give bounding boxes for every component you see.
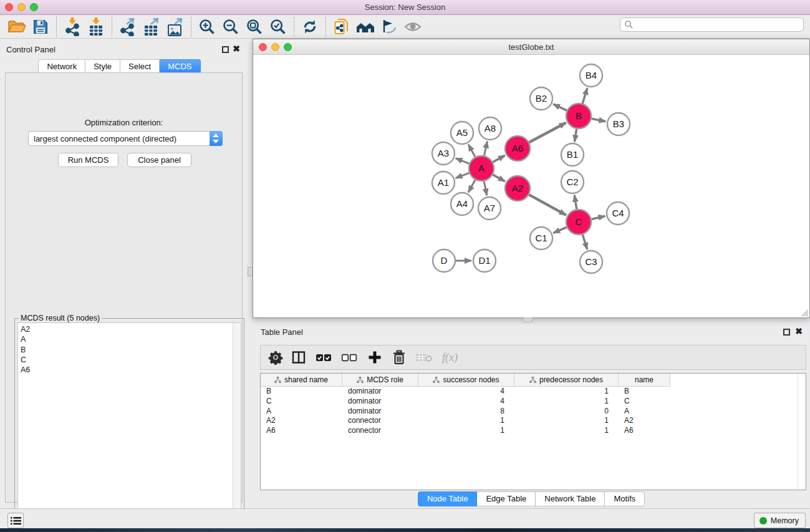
zoom-fit-button[interactable] (243, 16, 266, 37)
list-item[interactable]: C (21, 355, 233, 365)
graph-node-B2[interactable]: B2 (530, 87, 552, 110)
export-network-button[interactable] (116, 16, 140, 37)
graph-node-A7[interactable]: A7 (478, 197, 501, 220)
graph-node-A2[interactable]: A2 (505, 176, 530, 201)
window-resize-grip[interactable] (800, 308, 809, 317)
graph-node-C[interactable]: C (566, 210, 591, 235)
show-graphics-details-button[interactable] (377, 16, 401, 37)
graph-edge-B-B2[interactable] (553, 104, 567, 110)
column-header[interactable]: successor nodes (418, 374, 514, 387)
memory-button[interactable]: Memory (754, 513, 806, 528)
graph-edge-A6-B[interactable] (529, 123, 566, 142)
table-settings-button[interactable] (268, 348, 283, 367)
graph-edge-A-A1[interactable] (456, 173, 470, 178)
graph-node-B1[interactable]: B1 (561, 143, 584, 166)
save-session-button[interactable] (29, 16, 52, 37)
graph-node-A8[interactable]: A8 (479, 117, 501, 140)
graph-edge-A-A8[interactable] (484, 142, 487, 156)
graph-edge-B-B4[interactable] (582, 88, 587, 104)
close-panel-button[interactable]: Close panel (127, 153, 191, 167)
graph-node-A[interactable]: A (469, 156, 494, 181)
table-scrollbar[interactable] (798, 374, 806, 490)
delete-column-button[interactable] (392, 348, 406, 367)
float-table-panel-icon[interactable] (783, 329, 790, 336)
close-table-panel-icon[interactable]: ✖ (795, 326, 803, 336)
network-window-titlebar[interactable]: testGlobe.txt (253, 39, 809, 55)
search-input[interactable] (634, 21, 803, 29)
function-builder-button[interactable]: f(x) (442, 348, 458, 367)
close-panel-icon[interactable]: ✖ (233, 44, 240, 54)
export-table-button[interactable] (140, 16, 163, 37)
column-header[interactable]: name (619, 374, 670, 387)
graph-node-A5[interactable]: A5 (451, 122, 473, 144)
list-item[interactable]: A6 (21, 365, 233, 375)
tab-edge-table[interactable]: Edge Table (477, 491, 536, 506)
list-item[interactable]: A2 (21, 324, 233, 334)
graph-edge-A-A4[interactable] (468, 180, 475, 192)
column-header[interactable]: predecessor nodes (514, 374, 619, 387)
horizontal-splitter-grip[interactable] (523, 317, 533, 322)
table-row[interactable]: A2connector11A2 (261, 416, 806, 426)
table-row[interactable]: Bdominator41B (261, 387, 806, 397)
mcds-result-list[interactable]: A2ABCA6 (17, 322, 241, 530)
open-file-button[interactable] (5, 16, 29, 37)
table-row[interactable]: Cdominator41C (261, 397, 806, 407)
graph-node-C4[interactable]: C4 (607, 202, 629, 225)
select-all-button[interactable] (316, 348, 332, 367)
graph-edge-A-A3[interactable] (456, 158, 470, 164)
run-mcds-button[interactable]: Run MCDS (58, 153, 118, 167)
deselect-all-button[interactable] (341, 348, 357, 367)
graph-edge-A2-C[interactable] (529, 195, 566, 215)
graph-node-B[interactable]: B (566, 104, 591, 128)
graph-edge-A-A6[interactable] (493, 155, 504, 162)
graph-node-D1[interactable]: D1 (473, 249, 496, 272)
zoom-out-button[interactable] (219, 16, 243, 37)
list-scrollbar[interactable] (233, 323, 241, 530)
graph-edge-A-A7[interactable] (484, 181, 487, 196)
float-panel-icon[interactable] (222, 46, 229, 53)
graph-edge-B-B1[interactable] (574, 129, 576, 142)
graph-node-D[interactable]: D (433, 249, 455, 272)
delete-table-button[interactable] (415, 348, 433, 367)
import-table-button[interactable] (84, 16, 108, 37)
graph-node-C3[interactable]: C3 (580, 251, 602, 273)
apply-layout-button[interactable] (298, 16, 322, 37)
toggle-bird-eye-button[interactable] (401, 16, 425, 37)
tab-motifs[interactable]: Motifs (605, 491, 645, 506)
graph-edge-B-B3[interactable] (592, 118, 606, 122)
add-column-button[interactable] (368, 348, 382, 367)
tab-node-table[interactable]: Node Table (418, 491, 478, 506)
graph-edge-C-C4[interactable] (591, 216, 605, 220)
graph-edge-C-C1[interactable] (553, 227, 566, 233)
criterion-select[interactable]: largest connected component (directed) (28, 131, 223, 146)
list-item[interactable]: B (21, 345, 233, 355)
table-row[interactable]: A6connector11A6 (261, 426, 806, 436)
task-history-button[interactable] (7, 513, 24, 528)
search-field[interactable] (620, 17, 804, 32)
import-network-button[interactable] (60, 16, 84, 37)
graph-node-C1[interactable]: C1 (530, 227, 552, 249)
table-row[interactable]: Adominator80A (261, 407, 806, 417)
graph-node-B4[interactable]: B4 (580, 64, 602, 87)
zoom-selected-button[interactable] (266, 16, 290, 37)
zoom-in-button[interactable] (195, 16, 219, 37)
tab-network-table[interactable]: Network Table (536, 491, 605, 506)
graph-node-C2[interactable]: C2 (561, 171, 584, 193)
graph-edge-C-C3[interactable] (582, 235, 587, 249)
clone-network-button[interactable] (330, 16, 354, 37)
graph-node-A4[interactable]: A4 (451, 193, 473, 215)
show-column-button[interactable] (291, 348, 306, 367)
vertical-splitter-grip[interactable] (248, 267, 253, 276)
graph-node-B3[interactable]: B3 (607, 113, 630, 135)
network-canvas[interactable]: B4B2BB3A5A8A6A3B1AA1C2A2A4A7C4CC1C3DD1 (253, 55, 809, 317)
graph-edge-C-C2[interactable] (574, 195, 577, 210)
graph-edge-A-A5[interactable] (468, 144, 475, 157)
graph-node-A1[interactable]: A1 (432, 172, 455, 194)
graph-node-A3[interactable]: A3 (432, 142, 455, 165)
export-image-button[interactable] (163, 16, 187, 37)
show-all-button[interactable] (354, 16, 377, 37)
column-header[interactable]: shared name (261, 374, 342, 387)
graph-edge-A-A2[interactable] (493, 175, 504, 181)
list-item[interactable]: A (21, 334, 233, 344)
column-header[interactable]: MCDS role (342, 374, 418, 387)
